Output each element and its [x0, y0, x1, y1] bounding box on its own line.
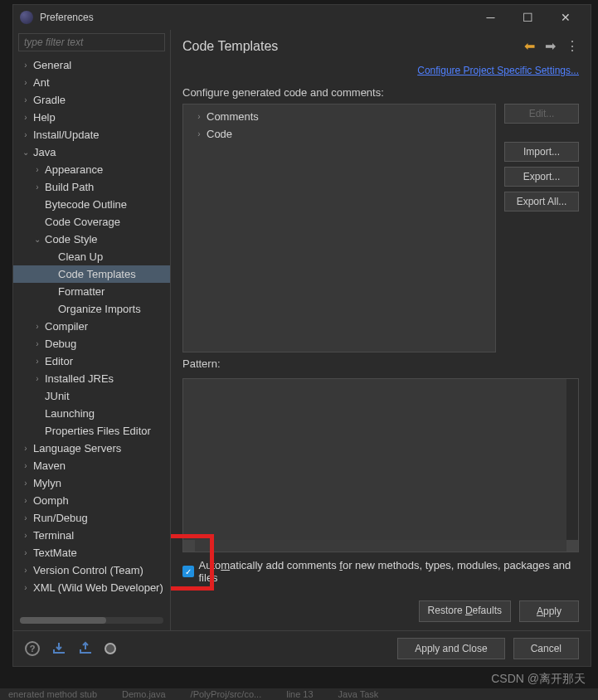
apply-button[interactable]: Apply [519, 600, 579, 622]
tree-label: Run/Debug [32, 510, 88, 526]
tree-item[interactable]: ⌄Code Style [13, 231, 170, 248]
tree-label: Code Style [43, 231, 98, 247]
auto-comments-checkbox-row[interactable]: ✓ Automatically add comments for new met… [182, 552, 579, 592]
tree-item[interactable]: JUnit [13, 387, 170, 405]
import-prefs-icon[interactable] [51, 641, 66, 656]
cancel-button[interactable]: Cancel [513, 638, 579, 659]
expand-icon[interactable]: ⌄ [32, 231, 43, 247]
watermark: CSDN @离开那天 [491, 672, 586, 687]
pattern-scrollbar-h[interactable] [183, 540, 578, 552]
tree-item[interactable]: ›Gradle [13, 91, 170, 109]
nav-forward-icon[interactable]: ➡ [545, 38, 556, 54]
expand-icon[interactable]: › [20, 92, 32, 108]
pattern-scrollbar-v[interactable] [566, 379, 578, 540]
expand-icon[interactable]: › [20, 75, 32, 90]
expand-icon[interactable]: › [20, 562, 32, 578]
tree-item[interactable]: ›Oomph [13, 492, 170, 509]
expand-icon[interactable]: › [20, 493, 32, 508]
auto-comments-checkbox[interactable]: ✓ [182, 566, 194, 577]
tree-item[interactable]: ›Ant [13, 74, 170, 91]
import-button[interactable]: Import... [504, 142, 579, 162]
tree-label: Compiler [43, 318, 88, 334]
tree-item[interactable]: Properties Files Editor [13, 422, 170, 440]
expand-icon[interactable]: › [32, 336, 43, 352]
export-prefs-icon[interactable] [78, 641, 93, 656]
tree-label: Clean Up [56, 249, 103, 265]
expand-icon[interactable]: › [32, 179, 43, 195]
help-icon[interactable]: ? [25, 641, 40, 656]
expand-icon[interactable]: › [20, 127, 32, 143]
edit-button[interactable]: Edit... [504, 104, 579, 124]
tree-label: Debug [43, 336, 76, 352]
tree-item[interactable]: ⌄Java [13, 143, 170, 161]
template-item[interactable]: ›Comments [187, 108, 492, 125]
expand-icon[interactable]: › [20, 109, 32, 125]
tree-label: Terminal [32, 527, 74, 543]
expand-icon[interactable]: ⌄ [20, 144, 32, 160]
tree-item[interactable]: Launching [13, 405, 170, 422]
pattern-textarea[interactable] [182, 378, 579, 552]
tree-item[interactable]: ›Run/Debug [13, 509, 170, 527]
expand-icon[interactable]: › [32, 371, 43, 386]
tree-item[interactable]: ›Debug [13, 335, 170, 352]
app-icon [20, 11, 33, 24]
tree-item[interactable]: ›Help [13, 109, 170, 126]
expand-icon[interactable]: › [32, 318, 43, 334]
tree-item[interactable]: ›Version Control (Team) [13, 561, 170, 579]
expand-icon[interactable]: › [20, 510, 32, 526]
checkbox-label: Automatically add comments for new metho… [199, 559, 580, 584]
tree-item[interactable]: ›General [13, 56, 170, 74]
close-button[interactable]: ✕ [547, 6, 584, 29]
expand-icon[interactable]: › [20, 545, 32, 561]
tree-item[interactable]: ›XML (Wild Web Developer) [13, 579, 170, 596]
filter-input[interactable] [18, 33, 165, 51]
tree-item[interactable]: ›Maven [13, 457, 170, 474]
tree-item[interactable]: ›Terminal [13, 527, 170, 544]
maximize-button[interactable]: ☐ [509, 6, 547, 29]
tree-item[interactable]: ›Installed JREs [13, 370, 170, 387]
tree-item[interactable]: Formatter [13, 283, 170, 300]
titlebar[interactable]: Preferences ─ ☐ ✕ [13, 5, 591, 30]
preferences-sidebar: ›General›Ant›Gradle›Help›Install/Update⌄… [13, 30, 171, 630]
oomph-icon[interactable] [105, 643, 116, 654]
nav-menu-icon[interactable]: ⋮ [566, 38, 579, 54]
export-button[interactable]: Export... [504, 167, 579, 187]
expand-icon[interactable]: › [20, 458, 32, 474]
tree-item[interactable]: Code Templates [13, 265, 170, 283]
tree-item[interactable]: Code Coverage [13, 213, 170, 231]
tree-item[interactable]: ›Language Servers [13, 440, 170, 457]
expand-icon[interactable]: › [20, 440, 32, 456]
section-label: Configure generated code and comments: [182, 86, 579, 99]
tree-item[interactable]: Clean Up [13, 248, 170, 265]
expand-icon[interactable]: › [20, 580, 32, 595]
preferences-tree[interactable]: ›General›Ant›Gradle›Help›Install/Update⌄… [13, 55, 170, 617]
expand-icon[interactable]: › [32, 162, 43, 177]
tree-item[interactable]: ›Appearance [13, 161, 170, 178]
tree-item[interactable]: ›Mylyn [13, 474, 170, 492]
expand-icon[interactable]: › [193, 126, 205, 142]
expand-icon[interactable]: › [20, 527, 32, 543]
expand-icon[interactable]: › [193, 109, 205, 124]
apply-close-button[interactable]: Apply and Close [397, 638, 504, 659]
nav-back-icon[interactable]: ⬅ [524, 38, 535, 54]
expand-icon[interactable]: › [20, 475, 32, 491]
export-all-button[interactable]: Export All... [504, 192, 579, 211]
sidebar-scrollbar[interactable] [20, 617, 163, 624]
tree-item[interactable]: ›Editor [13, 352, 170, 370]
expand-icon[interactable]: › [20, 57, 32, 73]
template-item[interactable]: ›Code [187, 125, 492, 143]
tree-item[interactable]: ›Compiler [13, 318, 170, 335]
tree-item[interactable]: Organize Imports [13, 300, 170, 318]
tree-item[interactable]: ›Build Path [13, 178, 170, 196]
tree-label: Code Templates [56, 266, 136, 282]
expand-icon[interactable]: › [32, 353, 43, 369]
restore-defaults-button[interactable]: Restore Defaults [419, 600, 511, 622]
tree-item[interactable]: Bytecode Outline [13, 196, 170, 213]
templates-tree[interactable]: ›Comments›Code [182, 104, 496, 352]
tree-item[interactable]: ›TextMate [13, 544, 170, 561]
tree-label: Ant [32, 75, 50, 90]
minimize-button[interactable]: ─ [472, 6, 509, 29]
project-settings-link[interactable]: Configure Project Specific Settings... [417, 65, 579, 76]
window-title: Preferences [40, 12, 472, 23]
tree-item[interactable]: ›Install/Update [13, 126, 170, 143]
